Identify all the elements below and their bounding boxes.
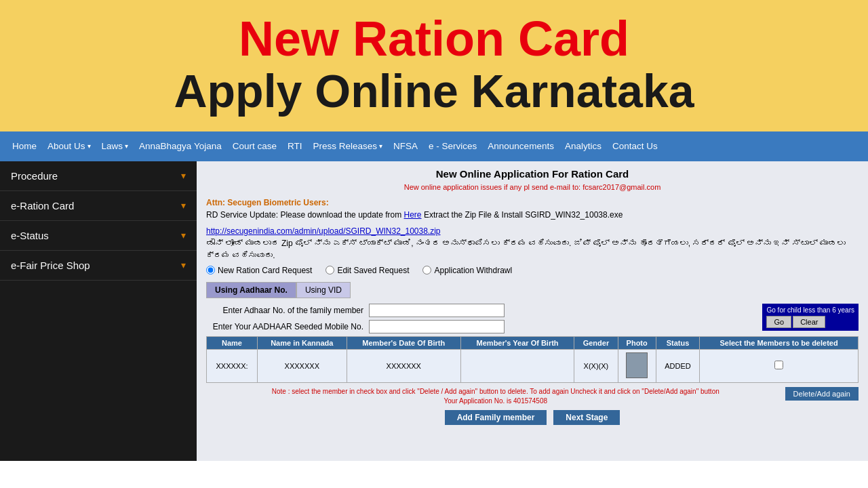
clear-button[interactable]: Clear	[793, 316, 825, 328]
aadhaar-input[interactable]	[369, 304, 505, 317]
mobile-label: Enter Your AADHAAR Seeded Mobile No.	[206, 322, 369, 331]
cell-checkbox[interactable]	[700, 349, 859, 382]
nav-analytics[interactable]: Analytics	[559, 141, 607, 151]
nav-rti[interactable]: RTI	[282, 141, 308, 151]
mobile-field-row: Enter Your AADHAAR Seeded Mobile No.	[206, 320, 505, 333]
rd-service-text2: Extract the Zip File & Install SGIRD_WIN…	[424, 210, 623, 220]
kannada-text: ಡೌನ್ ಲೋಡ್ ಮಾಡಲಾದ Zip ಫೈಲ್ ನ್ನು ಎಕ್ಸ್ ಟ್ಯ…	[206, 239, 846, 260]
kannada-notice: http://secugenindia.com/admin/upload/SGI…	[206, 225, 859, 262]
members-table: Name Name in Kannada Member's Date Of Bi…	[206, 336, 859, 383]
sidebar-procedure-label: Procedure	[11, 170, 58, 182]
radio-options: New Ration Card Request Edit Saved Reque…	[206, 266, 859, 275]
go-clear-box: Go for child less than 6 years Go Clear	[762, 304, 859, 331]
nav-e-services[interactable]: e - Services	[423, 141, 482, 151]
sidebar-item-e-status[interactable]: e-Status ▾	[0, 221, 197, 251]
nav-home[interactable]: Home	[7, 141, 42, 151]
chevron-down-icon: ▾	[181, 200, 186, 211]
col-yob: Member's Year Of Birth	[460, 336, 574, 349]
rd-service-text: RD Service Update: Please download the u…	[206, 210, 401, 220]
add-family-member-button[interactable]: Add Family member	[445, 410, 547, 425]
col-name: Name	[207, 336, 258, 349]
notice-block: Attn: Secugen Biometric Users: RD Servic…	[206, 197, 859, 221]
table-row: XXXXXX: XXXXXXX XXXXXXX X(X)(X) ADDED	[207, 349, 859, 382]
nav-contact-us[interactable]: Contact Us	[607, 141, 663, 151]
tab-row: Using Aadhaar No. Using VID	[206, 282, 859, 298]
mobile-input[interactable]	[369, 320, 505, 333]
sidebar: Procedure ▾ e-Ration Card ▾ e-Status ▾ e…	[0, 161, 197, 461]
nav-bar: Home About Us ▾ Laws ▾ AnnaBhagya Yojana…	[0, 131, 868, 161]
cell-gender: X(X)(X)	[574, 349, 618, 382]
col-gender: Gender	[574, 336, 618, 349]
chevron-down-icon: ▾	[181, 170, 186, 181]
form-inputs-section: Enter Adhaar No. of the family member En…	[206, 304, 859, 336]
nav-press-releases[interactable]: Press Releases ▾	[307, 141, 388, 151]
nav-annabhagya[interactable]: AnnaBhagya Yojana	[134, 141, 227, 151]
radio-application-withdrawl[interactable]: Application Withdrawl	[422, 266, 512, 275]
form-email-notice: New online application issues if any pl …	[206, 183, 859, 191]
col-dob: Member's Date Of Birth	[347, 336, 460, 349]
sidebar-e-status-label: e-Status	[11, 230, 49, 241]
cell-status: ADDED	[656, 349, 699, 382]
tab-aadhaar[interactable]: Using Aadhaar No.	[206, 282, 296, 298]
cell-photo	[618, 349, 656, 382]
delete-checkbox[interactable]	[774, 361, 783, 369]
sidebar-item-e-fair-price-shop[interactable]: e-Fair Price Shop ▾	[0, 251, 197, 281]
nav-laws[interactable]: Laws ▾	[96, 141, 134, 151]
content-area: New Online Application For Ration Card N…	[197, 161, 868, 461]
cell-name-kannada: XXXXXXX	[258, 349, 347, 382]
chevron-down-icon: ▾	[181, 260, 186, 270]
cell-name: XXXXXX:	[207, 349, 258, 382]
nav-about-us[interactable]: About Us ▾	[42, 141, 96, 151]
cell-yob	[460, 349, 574, 382]
aadhaar-field-row: Enter Adhaar No. of the family member	[206, 304, 505, 317]
aadhaar-label: Enter Adhaar No. of the family member	[206, 306, 369, 315]
delete-add-button[interactable]: Delete/Add again	[785, 387, 859, 401]
kannada-link[interactable]: http://secugenindia.com/admin/upload/SGI…	[206, 226, 441, 236]
radio-edit-request[interactable]: Edit Saved Request	[326, 266, 409, 275]
col-status: Status	[656, 336, 699, 349]
sidebar-e-fair-price-label: e-Fair Price Shop	[11, 260, 90, 271]
tab-vid[interactable]: Using VID	[296, 282, 351, 298]
main-content: Procedure ▾ e-Ration Card ▾ e-Status ▾ e…	[0, 161, 868, 461]
sidebar-item-e-ration-card[interactable]: e-Ration Card ▾	[0, 191, 197, 221]
form-title: New Online Application For Ration Card	[206, 168, 859, 180]
col-select: Select the Members to be deleted	[700, 336, 859, 349]
sidebar-e-ration-label: e-Ration Card	[11, 200, 74, 211]
hero-title-line1: New Ration Card	[14, 12, 854, 66]
attn-label: Attn: Secugen Biometric Users:	[206, 198, 329, 207]
nav-nfsa[interactable]: NFSA	[388, 141, 423, 151]
delete-note: Note : select the member in check box an…	[206, 387, 859, 406]
cell-dob: XXXXXXX	[347, 349, 460, 382]
next-stage-button[interactable]: Next Stage	[553, 410, 620, 425]
nav-announcements[interactable]: Announcements	[482, 141, 559, 151]
here-link[interactable]: Here	[404, 210, 422, 220]
avatar	[626, 352, 648, 378]
chevron-down-icon: ▾	[181, 230, 186, 241]
col-photo: Photo	[618, 336, 656, 349]
hero-title-line2: Apply Online Karnataka	[14, 66, 854, 117]
go-clear-label: Go for child less than 6 years	[766, 306, 854, 314]
radio-new-request[interactable]: New Ration Card Request	[206, 266, 312, 275]
sidebar-item-procedure[interactable]: Procedure ▾	[0, 161, 197, 191]
nav-court-case[interactable]: Court case	[227, 141, 282, 151]
go-button[interactable]: Go	[766, 316, 791, 328]
hero-banner: New Ration Card Apply Online Karnataka	[0, 0, 868, 131]
col-name-kannada: Name in Kannada	[258, 336, 347, 349]
bottom-buttons: Add Family member Next Stage	[206, 410, 859, 425]
